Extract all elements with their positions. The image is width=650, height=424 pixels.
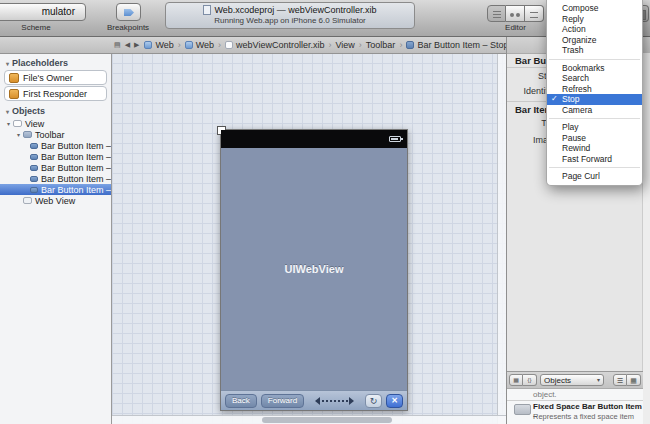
bar-button-item-icon xyxy=(30,176,38,182)
tree-row-web-view[interactable]: Web View xyxy=(0,195,111,206)
run-status: Running Web.app on iPhone 6.0 Simulator xyxy=(166,16,414,26)
ib-canvas[interactable]: UIWebView Back Forward ↻ ✕ xyxy=(112,53,506,424)
library-kind-segmented: ▦ {} xyxy=(509,374,537,386)
breadcrumb-project[interactable]: Web xyxy=(144,40,184,50)
xib-file-icon xyxy=(225,41,233,49)
menu-item-play[interactable]: Play xyxy=(547,122,642,133)
document-title: Web.xcodeproj — webViewController.xib xyxy=(214,4,376,16)
list-view-icon[interactable]: ☰ xyxy=(613,374,627,386)
flexible-space-dashes xyxy=(317,400,352,402)
menu-item-stop[interactable]: ✓ Stop xyxy=(547,94,642,105)
activity-viewer: Web.xcodeproj — webViewController.xib Ru… xyxy=(165,2,415,29)
previous-item-description-tail: object. xyxy=(533,390,557,399)
library-item-description: Represents a fixed space item on a xyxy=(533,412,641,424)
standard-editor-icon xyxy=(493,11,501,18)
version-editor-icon xyxy=(530,12,538,18)
grid-view-icon[interactable]: ▦ xyxy=(627,374,641,386)
forward-history-icon[interactable]: ▶ xyxy=(134,40,139,50)
menu-item-pause[interactable]: Pause xyxy=(547,133,642,144)
tree-row-bar-button-item[interactable]: Bar Button Item – … xyxy=(0,151,111,162)
standard-editor-button[interactable] xyxy=(487,5,506,22)
placeholders-header[interactable]: ▾ Placeholders xyxy=(6,58,111,68)
object-library: ▦ {} Objects ▾ ☰ ▦ object. Fixed Space B… xyxy=(507,371,643,424)
bar-button-item-icon xyxy=(30,154,38,160)
jump-bar: ▤ ◀ ▶ Web Web webViewController.xib View… xyxy=(0,36,506,54)
web-view-icon xyxy=(23,197,32,204)
checkmark-icon: ✓ xyxy=(551,94,558,105)
breakpoints-button[interactable] xyxy=(116,3,141,21)
scrollbar-thumb[interactable] xyxy=(262,417,392,423)
identifier-dropdown-menu: Compose Reply Action Organize Trash Book… xyxy=(546,0,643,186)
breadcrumb-view[interactable]: View xyxy=(335,40,365,50)
refresh-icon: ↻ xyxy=(370,396,378,406)
scheme-selector[interactable]: mulator xyxy=(0,3,86,21)
tree-row-bar-button-item[interactable]: Bar Button Item – … xyxy=(0,140,111,151)
first-responder-cube-icon xyxy=(9,89,19,99)
designed-toolbar[interactable]: Back Forward ↻ ✕ xyxy=(221,390,407,410)
version-editor-button[interactable] xyxy=(525,5,544,22)
menu-item-trash[interactable]: Trash xyxy=(547,45,642,56)
assistant-editor-icon xyxy=(510,13,514,17)
toolbar-icon xyxy=(23,131,32,138)
breadcrumb-file[interactable]: webViewController.xib xyxy=(225,40,335,50)
refresh-bar-button[interactable]: ↻ xyxy=(365,394,382,408)
code-snippets-icon[interactable]: {} xyxy=(523,374,537,386)
project-icon xyxy=(144,41,152,49)
related-files-icon[interactable]: ▤ xyxy=(114,40,121,50)
menu-item-action[interactable]: Action xyxy=(547,24,642,35)
canvas-vertical-scrollbar[interactable] xyxy=(497,53,506,424)
breadcrumb: Web Web webViewController.xib View Toolb… xyxy=(144,40,506,50)
document-icon xyxy=(203,5,211,15)
flexible-space-bar-button[interactable] xyxy=(310,394,359,408)
menu-item-bookmarks[interactable]: Bookmarks xyxy=(547,63,642,74)
bar-button-item-icon xyxy=(406,41,414,49)
menu-separator xyxy=(549,59,640,60)
tree-row-bar-button-item[interactable]: Bar Button Item – … xyxy=(0,173,111,184)
inspector-scrollbar[interactable] xyxy=(642,53,650,424)
files-owner-item[interactable]: File's Owner xyxy=(4,70,107,85)
menu-item-search[interactable]: Search xyxy=(547,73,642,84)
menu-item-fast-forward[interactable]: Fast Forward xyxy=(547,154,642,165)
assistant-editor-button[interactable] xyxy=(506,5,525,22)
tree-row-bar-button-item-selected[interactable]: Bar Button Item – … xyxy=(0,184,111,195)
disclosure-icon[interactable]: ▾ xyxy=(14,131,23,138)
menu-item-compose[interactable]: Compose xyxy=(547,3,642,14)
library-header: ▦ {} Objects ▾ ☰ ▦ xyxy=(507,372,643,389)
objects-library-icon[interactable]: ▦ xyxy=(509,374,523,386)
xcode-window: { "icons": { "related_files": "▤", "back… xyxy=(0,0,650,424)
breadcrumb-group[interactable]: Web xyxy=(185,40,225,50)
menu-item-organize[interactable]: Organize xyxy=(547,35,642,46)
first-responder-item[interactable]: First Responder xyxy=(4,86,107,101)
menu-item-rewind[interactable]: Rewind xyxy=(547,143,642,154)
library-filter-popup[interactable]: Objects ▾ xyxy=(540,374,604,386)
breakpoint-icon xyxy=(124,9,134,16)
menu-item-refresh[interactable]: Refresh xyxy=(547,84,642,95)
ib-dock-outline: ▾ Placeholders File's Owner First Respon… xyxy=(0,53,112,424)
forward-bar-button[interactable]: Forward xyxy=(261,394,304,408)
view-icon xyxy=(13,120,22,127)
editor-caption: Editor xyxy=(487,23,544,32)
canvas-horizontal-scrollbar[interactable] xyxy=(112,415,506,424)
bar-button-item-icon xyxy=(30,187,38,193)
folder-icon xyxy=(185,41,193,49)
objects-header[interactable]: ▾ Objects xyxy=(6,106,111,116)
breadcrumb-toolbar[interactable]: Toolbar xyxy=(366,40,407,50)
designed-view[interactable]: UIWebView Back Forward ↻ ✕ xyxy=(220,129,408,411)
tree-row-view[interactable]: ▾ View xyxy=(0,118,111,129)
tree-row-bar-button-item[interactable]: Bar Button Item – … xyxy=(0,162,111,173)
menu-item-reply[interactable]: Reply xyxy=(547,14,642,25)
stop-bar-button[interactable]: ✕ xyxy=(386,394,403,408)
uiwebview[interactable]: UIWebView xyxy=(221,148,407,390)
menu-item-page-curl[interactable]: Page Curl xyxy=(547,171,642,182)
disclosure-icon[interactable]: ▾ xyxy=(4,120,13,127)
breadcrumb-bar-button-item[interactable]: Bar Button Item – Stop xyxy=(406,40,506,50)
back-bar-button[interactable]: Back xyxy=(225,394,257,408)
back-history-icon[interactable]: ◀ xyxy=(125,40,130,50)
menu-item-camera[interactable]: Camera xyxy=(547,105,642,116)
tree-row-toolbar[interactable]: ▾ Toolbar xyxy=(0,129,111,140)
files-owner-cube-icon xyxy=(9,73,19,83)
fixed-space-item-icon xyxy=(514,404,531,415)
divider xyxy=(507,400,643,401)
library-list: object. Fixed Space Bar Button Item – Re… xyxy=(507,389,643,424)
menu-separator xyxy=(549,167,640,168)
